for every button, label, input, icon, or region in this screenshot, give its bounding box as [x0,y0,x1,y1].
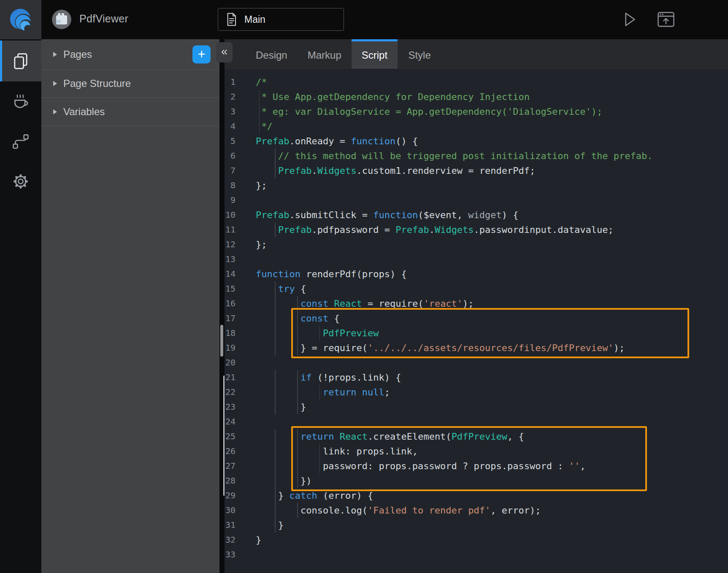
code-line: 31 } [225,518,728,532]
line-number: 21 [225,370,235,385]
code-line: 3 * eg: var DialogService = App.getDepen… [225,104,728,119]
line-number: 3 [225,104,235,119]
run-button[interactable] [617,7,641,32]
code-line: 27 password: props.password ? props.pass… [225,459,728,473]
code-line: 15 try { [225,281,728,296]
left-panel: Pages+Page StructureVariables [41,39,219,573]
code-line: 26 link: props.link, [225,444,728,459]
code-text: link: props.link, [256,444,418,459]
add-page-button[interactable]: + [192,45,211,63]
line-number: 4 [225,119,235,134]
indent-guide [275,370,276,385]
code-line: 33 [225,547,728,562]
indent-guide [297,503,298,518]
indent-guide [275,326,276,341]
code-editor[interactable]: 1/*2 * Use App.getDependency for Depende… [225,69,728,573]
code-line: 21 if (!props.link) { [225,370,728,385]
line-number: 32 [225,532,235,547]
line-number: 19 [225,341,235,355]
tab-design[interactable]: Design [246,39,298,69]
code-text: /* [256,75,267,89]
activity-item-services[interactable] [0,86,41,116]
line-number: 26 [225,444,235,459]
code-line: 25 return React.createElement(PdfPreview… [225,429,728,444]
indent-guide [297,311,298,326]
caret-right-icon [53,52,57,57]
tab-script[interactable]: Script [352,39,398,69]
code-line: 32} [225,532,728,547]
code-text: * eg: var DialogService = App.getDepende… [256,104,602,119]
activity-item-bindings[interactable] [0,127,41,157]
indent-guide [297,385,298,400]
caret-right-icon [53,109,57,114]
indent-guide [319,459,320,473]
code-line: 14function renderPdf(props) { [225,267,728,281]
line-number: 13 [225,252,235,267]
code-text: Prefab.submitClick = function($event, wi… [256,208,519,222]
code-text: } [256,400,306,414]
code-line: 13 [225,252,728,267]
code-line: 11 Prefab.pdfpassword = Prefab.Widgets.p… [225,222,728,237]
line-number: 12 [225,237,235,252]
indent-guide [259,89,260,104]
code-line: 1/* [225,75,728,89]
indent-guide [297,341,298,355]
panel-scrollbar-thumb[interactable] [220,325,223,357]
code-text: } catch (error) { [256,488,373,503]
line-number: 18 [225,326,235,341]
code-text: function renderPdf(props) { [256,267,407,281]
panel-section-label: Pages [63,49,92,60]
editor-tab-bar: DesignMarkupScriptStyle [225,39,728,69]
pages-icon [11,51,31,71]
line-number: 8 [225,178,235,193]
collapse-panel-button[interactable]: « [216,42,233,62]
code-line: 2 * Use App.getDependency for Dependency… [225,89,728,104]
code-text: * Use App.getDependency for Dependency I… [256,89,530,104]
indent-guide [275,341,276,355]
line-number: 9 [225,193,235,208]
export-button[interactable] [654,7,678,32]
code-text: console.log('Failed to render pdf', erro… [256,503,541,518]
tab-label: Script [362,49,387,61]
activity-item-settings[interactable] [0,167,41,196]
document-icon [225,11,238,27]
indent-guide [275,311,276,326]
indent-guide [275,473,276,488]
activity-item-pages[interactable] [0,41,41,81]
code-text: if (!props.link) { [256,370,401,385]
panel-section-variables[interactable]: Variables [41,98,219,126]
panel-section-label: Variables [63,106,105,118]
page-selector-button[interactable]: Main [218,8,344,31]
indent-guide [259,104,260,119]
panel-section-page-structure[interactable]: Page Structure [41,70,219,98]
caret-right-icon [53,81,57,86]
tab-markup[interactable]: Markup [298,39,352,69]
line-number: 17 [225,311,235,326]
indent-guide [275,149,276,163]
line-number: 23 [225,400,235,414]
indent-guide [319,326,320,341]
code-text: } [256,532,261,547]
indent-guide [275,385,276,400]
indent-guide [275,281,276,296]
code-text: Prefab.pdfpassword = Prefab.Widgets.pass… [256,222,614,237]
wavemaker-logo-button[interactable] [0,0,41,39]
tab-label: Design [256,49,287,61]
indent-guide [275,503,276,518]
panel-section-pages[interactable]: Pages+ [41,39,219,70]
tab-style[interactable]: Style [398,39,441,69]
code-line: 23 } [225,400,728,414]
code-line: 4 */ [225,119,728,134]
indent-guide [275,429,276,444]
indent-guide [297,444,298,459]
page-selector-label: Main [244,14,265,25]
line-number: 14 [225,267,235,281]
code-line: 12}; [225,237,728,252]
code-line: 9 [225,193,728,208]
indent-guide [297,326,298,341]
code-line: 24 [225,414,728,429]
line-number: 7 [225,163,235,178]
line-number: 1 [225,75,235,89]
code-line: 6 // this method will be triggered post … [225,149,728,163]
panel-sections: Pages+Page StructureVariables [41,39,219,126]
